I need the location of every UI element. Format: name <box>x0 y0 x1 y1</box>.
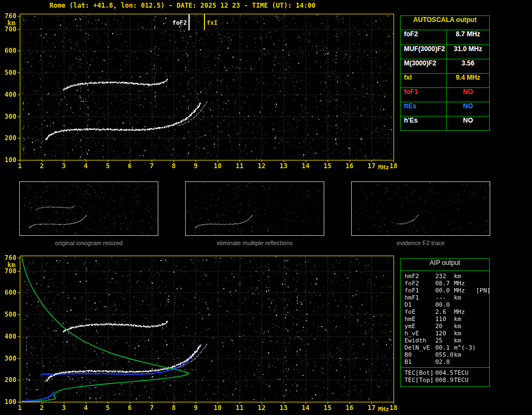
aip-row: h_vE120km <box>401 330 489 337</box>
aip-row-value: 2.6 <box>435 308 454 316</box>
thumbnail-f2-evidence-canvas <box>351 181 490 236</box>
autoscala-row: fxI9.4 MHz <box>401 73 489 87</box>
aip-table-title: AIP output <box>401 259 489 271</box>
autoscala-row: MUF(3000)F231.0 MHz <box>401 45 489 59</box>
aip-row: hmF1---km <box>401 294 489 301</box>
autoscala-row-value: NO <box>447 88 489 102</box>
aip-row: foF100.0MHz[PN] <box>401 287 489 294</box>
aip-row-note <box>476 280 489 287</box>
aip-row-note <box>476 369 489 377</box>
aip-row-note <box>476 323 489 330</box>
thumbnail-panel-original: original ionogram resized <box>19 181 158 246</box>
autoscala-row: ftEsNO <box>401 102 489 116</box>
aip-row-label: ymE <box>404 323 435 330</box>
thumbnail-no-multiples-canvas <box>185 181 324 236</box>
aip-row: foE2.6MHz <box>401 308 489 316</box>
autoscala-row-label: h'Es <box>401 117 447 130</box>
aip-row-value: 232 <box>435 273 454 280</box>
aip-row-note <box>476 377 489 384</box>
aip-row-unit: km <box>454 330 476 337</box>
aip-row-value: 25 <box>435 337 454 344</box>
aip-row-unit: TECU <box>454 369 476 377</box>
thumbnail-caption: eliminate multiple reflections <box>185 240 324 246</box>
aip-row-label: D1 <box>404 301 435 308</box>
autoscala-row-value: NO <box>447 102 489 116</box>
autoscala-row-value: 3.56 <box>447 59 489 73</box>
aip-row-label: foE <box>404 308 435 316</box>
aip-row-value: 00.0 <box>435 287 454 294</box>
top-ionogram-canvas <box>0 9 401 175</box>
aip-row: B0055.0km <box>401 351 489 358</box>
bottom-ionogram-canvas <box>0 251 401 415</box>
aip-row-value: 00.1 <box>435 344 454 351</box>
autoscala-row-value: 8.7 MHz <box>447 30 489 45</box>
aip-row-value: 055.0 <box>435 351 454 358</box>
aip-row-label: TEC[Top] <box>404 377 435 384</box>
aip-row: TEC[Bot]004.5TECU <box>401 369 489 377</box>
aip-row: hmE110km <box>401 316 489 323</box>
aip-row-value: 20 <box>435 323 454 330</box>
aip-row: Ewidth25km <box>401 337 489 344</box>
autoscala-ionogram-screen: Rome (lat: +41.8, lon: 012.5) - DATE: 20… <box>0 0 532 415</box>
aip-row-value: 120 <box>435 330 454 337</box>
aip-row-value: 008.9 <box>435 377 454 384</box>
autoscala-row: h'EsNO <box>401 116 489 130</box>
aip-row: TEC[Top]008.9TECU <box>401 377 489 384</box>
autoscala-row: M(3000)F23.56 <box>401 59 489 73</box>
aip-row-label: hmE <box>404 316 435 323</box>
aip-row-unit: km <box>454 273 476 280</box>
aip-row-unit: MHz <box>454 308 476 316</box>
autoscala-table-body: foF28.7 MHzMUF(3000)F231.0 MHzM(3000)F23… <box>401 30 489 130</box>
aip-row-value: 02.0 <box>435 358 454 366</box>
thumbnail-caption: original ionogram resized <box>19 240 158 246</box>
autoscala-row: foF1NO <box>401 87 489 102</box>
autoscala-row-label: ftEs <box>401 102 447 116</box>
aip-row-unit: km <box>454 337 476 344</box>
page-title: Rome (lat: +41.8, lon: 012.5) - DATE: 20… <box>49 2 315 9</box>
aip-row-value: 08.7 <box>435 280 454 287</box>
aip-row: ymE20km <box>401 323 489 330</box>
aip-row-note <box>476 308 489 316</box>
aip-row-label: Ewidth <box>404 337 435 344</box>
aip-row: DelN_vE00.1m^(-3) <box>401 344 489 351</box>
aip-row-note <box>476 316 489 323</box>
aip-row-note <box>476 344 489 351</box>
aip-row-note <box>476 358 489 366</box>
autoscala-row-value: 31.0 MHz <box>447 45 489 59</box>
aip-row: D100.0 <box>401 301 489 308</box>
aip-tec-rows: TEC[Bot]004.5TECUTEC[Top]008.9TECU <box>401 367 489 384</box>
aip-row-label: h_vE <box>404 330 435 337</box>
aip-row-note <box>476 351 489 358</box>
autoscala-row-label: foF2 <box>401 30 447 45</box>
aip-row-note <box>476 273 489 280</box>
aip-row: hmF2232km <box>401 273 489 280</box>
aip-row-value: 110 <box>435 316 454 323</box>
autoscala-row-label: fxI <box>401 74 447 87</box>
aip-row-unit <box>454 301 476 308</box>
aip-row-label: DelN_vE <box>404 344 435 351</box>
aip-row-value: 00.0 <box>435 301 454 308</box>
aip-row-label: hmF2 <box>404 273 435 280</box>
aip-row-note: [PN] <box>476 287 491 294</box>
aip-row: B102.0 <box>401 358 489 366</box>
aip-row-label: B0 <box>404 351 435 358</box>
aip-row-unit <box>454 358 476 366</box>
autoscala-row: foF28.7 MHz <box>401 30 489 45</box>
autoscala-output-table: AUTOSCALA output foF28.7 MHzMUF(3000)F23… <box>400 15 490 131</box>
aip-row-unit: km <box>454 294 476 301</box>
aip-row-value: 004.5 <box>435 369 454 377</box>
aip-row-unit: km <box>454 316 476 323</box>
thumbnail-panel-no-multiples: eliminate multiple reflections <box>185 181 324 246</box>
autoscala-row-label: M(3000)F2 <box>401 59 447 73</box>
aip-table-body: hmF2232kmfoF208.7MHzfoF100.0MHz[PN]hmF1-… <box>401 273 489 366</box>
aip-row-unit: m^(-3) <box>454 344 476 351</box>
aip-row-value: --- <box>435 294 454 301</box>
aip-row-label: hmF1 <box>404 294 435 301</box>
autoscala-row-value: 9.4 MHz <box>447 74 489 87</box>
thumbnail-panel-f2-evidence: evidence F2 trace <box>351 181 490 246</box>
aip-output-table: AIP output hmF2232kmfoF208.7MHzfoF100.0M… <box>400 258 490 387</box>
aip-row-note <box>476 330 489 337</box>
thumbnail-caption: evidence F2 trace <box>351 240 490 246</box>
aip-row-unit: km <box>454 351 476 358</box>
aip-row-label: B1 <box>404 358 435 366</box>
